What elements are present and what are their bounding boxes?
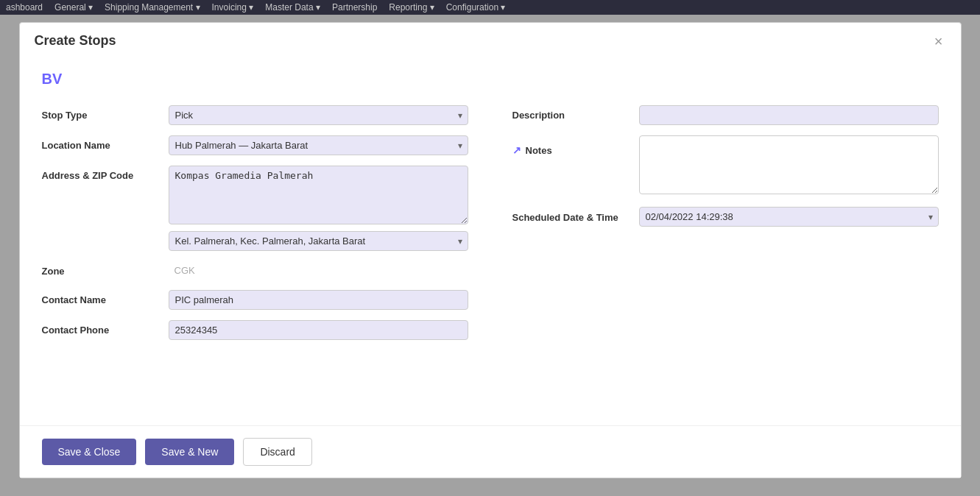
nav-shipping[interactable]: Shipping Management xyxy=(105,2,200,13)
topnav: ashboard General Shipping Management Inv… xyxy=(0,0,980,15)
nav-general[interactable]: General xyxy=(54,2,93,13)
nav-partnership[interactable]: Partnership xyxy=(332,2,377,13)
nav-configuration[interactable]: Configuration xyxy=(446,2,506,13)
nav-reporting[interactable]: Reporting xyxy=(389,2,434,13)
nav-invoicing[interactable]: Invoicing xyxy=(212,2,254,13)
nav-masterdata[interactable]: Master Data xyxy=(265,2,320,13)
nav-dashboard[interactable]: ashboard xyxy=(6,2,43,13)
